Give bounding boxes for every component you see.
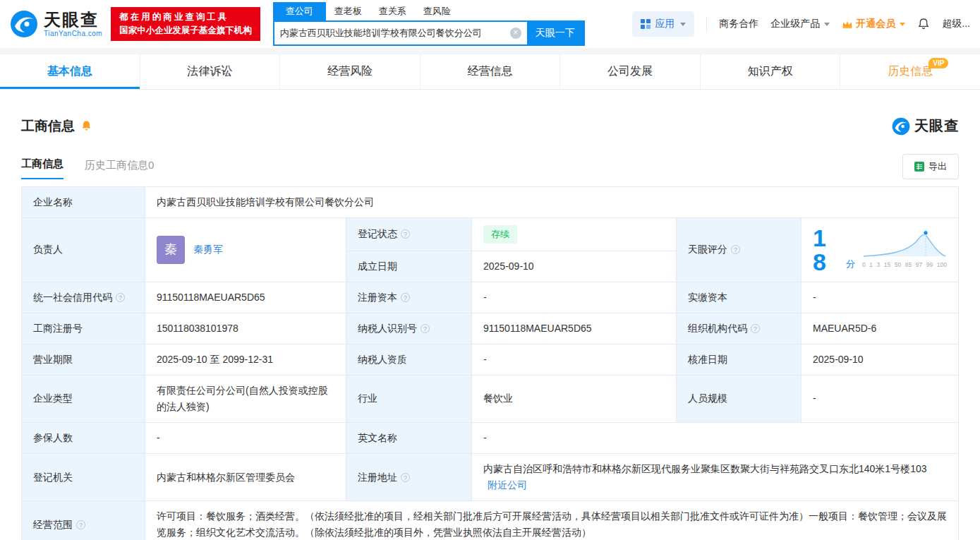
tab-operation-info[interactable]: 经营信息 — [421, 54, 561, 89]
help-icon[interactable] — [731, 245, 740, 254]
header-right: 应用 商务合作 企业级产品 开通会员 超级... — [632, 11, 970, 37]
uscc-value: 91150118MAEUAR5D65 — [145, 282, 346, 313]
subtab-history-business-info[interactable]: 历史工商信息0 — [85, 159, 154, 179]
insured-value: - — [145, 423, 346, 454]
vip-badge: VIP — [928, 58, 948, 68]
apps-label: 应用 — [655, 18, 674, 30]
crown-icon — [842, 20, 853, 29]
score-cell: 18 分 0131550859799100 — [801, 218, 959, 282]
subscribe-bell-icon[interactable] — [80, 120, 92, 132]
help-icon[interactable] — [421, 324, 430, 333]
reg-capital-value: - — [472, 282, 677, 313]
score-axis-ticks: 0131550859799100 — [862, 260, 947, 270]
help-icon[interactable] — [401, 293, 410, 302]
open-vip-link[interactable]: 开通会员 — [842, 18, 905, 30]
search-input[interactable] — [274, 22, 510, 44]
score-unit: 分 — [846, 256, 855, 271]
business-scope-label-text: 经营范围 — [33, 519, 73, 530]
legal-rep-link[interactable]: 秦勇军 — [193, 241, 223, 258]
uscc-label-text: 统一社会信用代码 — [33, 292, 112, 303]
search-tab-relation[interactable]: 查关系 — [370, 2, 415, 20]
business-scope-value: 许可项目：餐饮服务；酒类经营。（依法须经批准的项目，经相关部门批准后方可开展经营… — [145, 501, 959, 540]
table-row: 企业类型 有限责任公司分公司(自然人投资或控股的法人独资) 行业 餐饮业 人员规… — [22, 375, 959, 422]
tab-company-development[interactable]: 公司发展 — [560, 54, 701, 89]
tab-intellectual-property[interactable]: 知识产权 — [701, 54, 841, 89]
reg-status-cell: 存续 — [472, 218, 677, 251]
enterprise-products-link[interactable]: 企业级产品 — [770, 18, 830, 30]
reg-address-label: 注册地址 — [346, 454, 472, 501]
taxpayer-quality-label: 纳税人资质 — [346, 344, 472, 375]
table-row: 经营范围 许可项目：餐饮服务；酒类经营。（依法须经批准的项目，经相关部门批准后方… — [22, 501, 959, 540]
business-term-value: 2025-09-10 至 2099-12-31 — [145, 344, 346, 375]
taxpayer-id-value: 91150118MAEUAR5D65 — [472, 313, 677, 344]
help-icon[interactable] — [401, 229, 410, 239]
english-name-label: 英文名称 — [346, 423, 472, 454]
company-type-value: 有限责任公司分公司(自然人投资或控股的法人独资) — [145, 375, 346, 422]
top-header: 天眼查 TianYanCha.com 都在用的商业查询工具 国家中小企业发展子基… — [0, 0, 980, 48]
reg-capital-label: 注册资本 — [346, 282, 472, 313]
legal-rep-avatar[interactable]: 秦 — [157, 236, 185, 264]
search-tab-risk[interactable]: 查风险 — [415, 2, 459, 20]
tianyancha-logo-icon — [10, 10, 38, 38]
search-button[interactable]: 天眼一下 — [527, 22, 583, 44]
sub-tabs-row: 工商信息 历史工商信息0 导出 — [21, 154, 959, 179]
est-date-value: 2025-09-10 — [472, 251, 677, 282]
biz-cooperation-link[interactable]: 商务合作 — [719, 18, 758, 30]
slogan-line2: 国家中小企业发展子基金旗下机构 — [119, 24, 252, 37]
chevron-down-icon — [824, 23, 830, 26]
search-tab-company[interactable]: 查公司 — [273, 2, 326, 20]
reg-authority-value: 内蒙古和林格尔新区管理委员会 — [145, 454, 346, 501]
est-date-label: 成立日期 — [346, 251, 472, 282]
reg-address-value: 内蒙古自治区呼和浩特市和林格尔新区现代服务业聚集区数聚大街与祥苑路交叉口东北14… — [483, 463, 927, 474]
reg-status-label: 登记状态 — [346, 218, 472, 251]
industry-value: 餐饮业 — [472, 375, 677, 422]
export-button[interactable]: 导出 — [902, 154, 959, 179]
notifications-bell-icon[interactable] — [917, 18, 930, 30]
super-vip-link[interactable]: 超级... — [942, 18, 970, 30]
reg-address-label-text: 注册地址 — [358, 472, 397, 483]
tab-basic-info[interactable]: 基本信息 — [0, 54, 140, 89]
staff-size-label: 人员规模 — [677, 375, 801, 422]
tab-legal-lawsuits[interactable]: 法律诉讼 — [140, 54, 281, 89]
tianyancha-logo[interactable]: 天眼查 TianYanCha.com — [10, 10, 102, 38]
watermark-brand-name: 天眼查 — [914, 116, 959, 136]
table-row: 工商注册号 150118038101978 纳税人识别号 91150118MAE… — [22, 313, 959, 344]
org-code-label-text: 组织机构代码 — [688, 323, 747, 334]
subtab-business-info[interactable]: 工商信息 — [21, 157, 63, 179]
export-label: 导出 — [928, 160, 947, 173]
tab-history-info[interactable]: 历史信息 VIP — [840, 54, 980, 89]
taxpayer-quality-value: - — [472, 344, 677, 375]
table-row: 统一社会信用代码 91150118MAEUAR5D65 注册资本 - 实缴资本 … — [22, 282, 959, 313]
tianyancha-watermark-icon — [892, 117, 910, 136]
tab-operation-risk[interactable]: 经营风险 — [280, 54, 421, 89]
help-icon[interactable] — [116, 293, 125, 302]
excel-export-icon — [914, 162, 924, 172]
org-code-label: 组织机构代码 — [677, 313, 801, 344]
main-content: 工商信息 天眼查 工商信息 历史工商信息0 导出 — [0, 116, 980, 540]
insured-label: 参保人数 — [22, 423, 145, 454]
slogan-line1: 都在用的商业查询工具 — [119, 11, 252, 24]
uscc-label: 统一社会信用代码 — [22, 282, 145, 313]
business-info-table: 企业名称 内蒙古西贝职业技能培训学校有限公司餐饮分公司 负责人 秦 秦勇军 登记… — [21, 186, 959, 540]
help-icon[interactable] — [76, 520, 85, 529]
help-icon[interactable] — [751, 324, 760, 333]
search-tab-boss[interactable]: 查老板 — [326, 2, 370, 20]
search-area: 查公司 查老板 查关系 查风险 × 天眼一下 — [273, 2, 585, 46]
watermark-brand: 天眼查 — [892, 116, 959, 136]
help-icon[interactable] — [401, 473, 410, 482]
clear-search-icon[interactable]: × — [510, 28, 521, 39]
subtab-history-label: 历史工商信息 — [85, 159, 148, 171]
nearby-companies-link[interactable]: 附近公司 — [488, 479, 527, 491]
section-title: 工商信息 — [21, 117, 75, 136]
apps-grid-icon — [641, 19, 651, 29]
tab-history-label: 历史信息 — [888, 64, 933, 79]
english-name-value: - — [472, 423, 959, 454]
apps-menu[interactable]: 应用 — [632, 11, 694, 37]
logo-text: 天眼查 TianYanCha.com — [44, 11, 102, 37]
taxpayer-id-label: 纳税人识别号 — [346, 313, 472, 344]
org-code-value: MAEUAR5D-6 — [801, 313, 959, 344]
search-tabs: 查公司 查老板 查关系 查风险 — [273, 2, 585, 20]
chevron-down-icon — [900, 23, 905, 26]
industry-label: 行业 — [346, 375, 472, 422]
company-name-value: 内蒙古西贝职业技能培训学校有限公司餐饮分公司 — [145, 187, 959, 218]
